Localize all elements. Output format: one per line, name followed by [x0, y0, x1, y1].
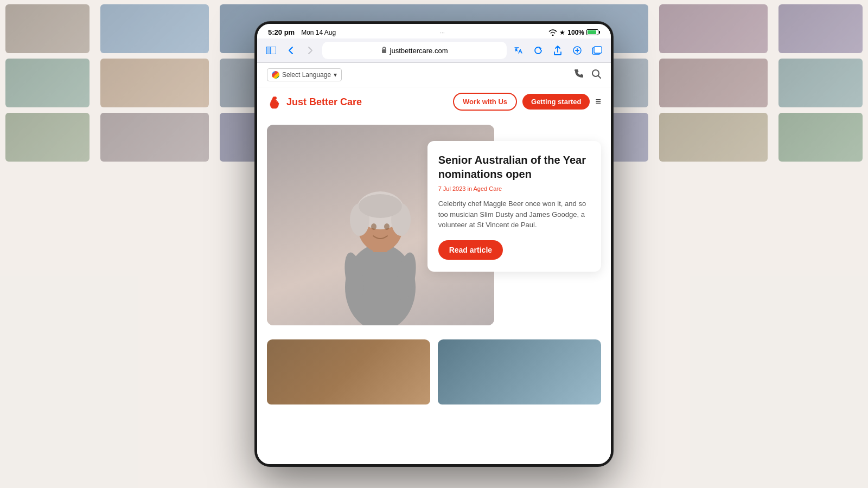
translate-button[interactable]: [511, 43, 526, 58]
ipad-screen: 5:20 pm Mon 14 Aug ··· ★ 100%: [257, 24, 611, 464]
svg-rect-6: [594, 47, 602, 53]
share-button[interactable]: [550, 43, 565, 58]
battery-percent: 100%: [567, 29, 584, 36]
svg-rect-3: [382, 49, 386, 53]
status-bar: 5:20 pm Mon 14 Aug ··· ★ 100%: [257, 24, 611, 38]
reload-button[interactable]: [531, 43, 546, 58]
browser-chrome: justbettercare.com: [257, 38, 611, 63]
url-bar[interactable]: justbettercare.com: [322, 42, 507, 59]
hamburger-menu-button[interactable]: ≡: [595, 96, 601, 107]
sidebar-toggle-button[interactable]: [264, 43, 279, 58]
svg-point-16: [371, 223, 376, 230]
website-content[interactable]: Select Language ▾: [257, 63, 611, 464]
battery-icon: [586, 29, 600, 35]
logo-text-area: Just Better Care: [286, 97, 362, 107]
tabs-button[interactable]: [589, 43, 604, 58]
hero-section: Senior Australian of the Year nomination…: [257, 116, 611, 334]
google-logo-icon: [272, 71, 279, 79]
woman-illustration: [321, 130, 440, 325]
article-title: Senior Australian of the Year nomination…: [438, 153, 590, 181]
status-icons: ★ 100%: [548, 29, 600, 36]
status-center-dots: ···: [440, 29, 445, 36]
site-top-nav: Select Language ▾: [257, 63, 611, 87]
search-button[interactable]: [591, 69, 601, 81]
forward-button[interactable]: [303, 43, 318, 58]
bottom-article-card-2: [438, 339, 601, 409]
logo-hand-icon: [267, 94, 283, 110]
phone-button[interactable]: [574, 69, 584, 81]
status-time: 5:20 pm: [268, 28, 295, 36]
hands-image: [267, 339, 430, 404]
article-meta: 7 Jul 2023 in Aged Care: [438, 185, 590, 192]
article-grid: [257, 334, 611, 420]
select-language-label: Select Language: [282, 71, 331, 79]
couple-image: [438, 339, 601, 404]
hands-img-placeholder: [267, 339, 430, 404]
svg-rect-0: [266, 47, 270, 54]
bottom-article-card-1: [267, 339, 430, 409]
couple-img-placeholder: [438, 339, 601, 404]
nav-icons-right: [574, 69, 601, 81]
site-header: Just Better Care Work with Us Getting st…: [257, 87, 611, 116]
work-with-us-button[interactable]: Work with Us: [453, 93, 517, 111]
article-category: Aged Care: [474, 185, 502, 192]
hero-card: Senior Australian of the Year nomination…: [267, 125, 601, 325]
ipad-device: 5:20 pm Mon 14 Aug ··· ★ 100%: [255, 22, 613, 466]
hero-text-card: Senior Australian of the Year nomination…: [427, 141, 601, 272]
article-in-text: in: [468, 185, 474, 192]
back-button[interactable]: [283, 43, 298, 58]
url-text: justbettercare.com: [390, 47, 448, 55]
read-article-button[interactable]: Read article: [438, 240, 503, 260]
svg-point-8: [273, 97, 277, 100]
logo-brand: Just Better Care: [286, 97, 362, 107]
svg-point-17: [384, 223, 390, 230]
svg-point-7: [592, 70, 599, 76]
battery-star: ★: [559, 29, 565, 36]
google-translate-widget[interactable]: Select Language ▾: [267, 68, 342, 81]
lock-icon: [381, 47, 387, 54]
svg-point-15: [359, 194, 402, 218]
wifi-icon: [548, 29, 557, 36]
article-date: 7 Jul 2023: [438, 185, 466, 192]
article-excerpt: Celebrity chef Maggie Beer once won it, …: [438, 198, 590, 230]
getting-started-button[interactable]: Getting started: [522, 94, 590, 110]
header-nav: Work with Us Getting started ≡: [453, 93, 601, 111]
translate-chevron-icon: ▾: [334, 71, 337, 79]
browser-toolbar: justbettercare.com: [257, 38, 611, 62]
add-tab-button[interactable]: [570, 43, 585, 58]
site-logo: Just Better Care: [267, 94, 362, 110]
site-nav-left: Select Language ▾: [267, 68, 342, 81]
status-date: Mon 14 Aug: [301, 29, 336, 36]
